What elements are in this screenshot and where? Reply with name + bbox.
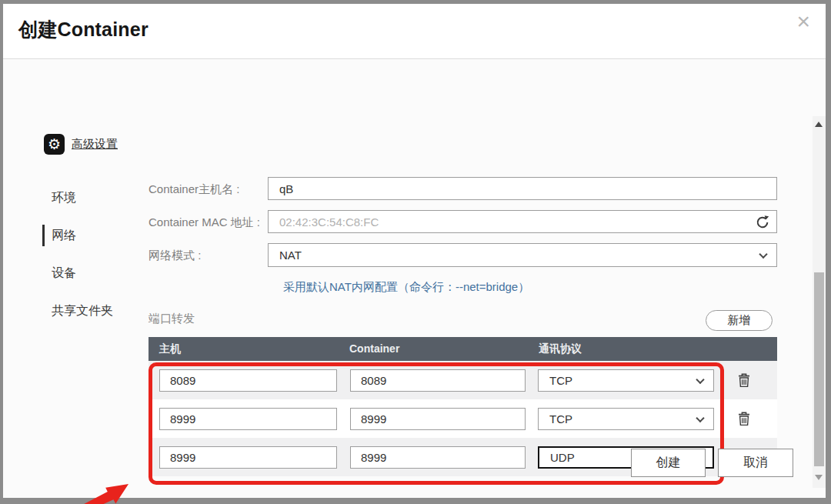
trash-icon[interactable] [737, 411, 751, 426]
gear-icon: ⚙ [44, 134, 65, 155]
chevron-down-icon [696, 413, 704, 422]
scroll-down-icon[interactable] [815, 475, 823, 480]
container-port-input[interactable] [350, 446, 526, 469]
host-port-input[interactable] [159, 369, 337, 392]
trash-icon[interactable] [737, 372, 751, 388]
chevron-down-icon [696, 375, 704, 383]
scroll-up-icon[interactable] [815, 122, 823, 127]
table-row: TCP [149, 399, 777, 438]
port-forwarding-label: 端口转发 [149, 312, 195, 326]
host-port-input[interactable] [159, 446, 337, 469]
chevron-down-icon [759, 249, 767, 258]
create-button[interactable]: 创建 [631, 449, 706, 477]
sidebar-item-environment[interactable]: 环境 [52, 189, 76, 206]
protocol-value: UDP [550, 451, 575, 464]
dialog-header: 创建Container × [3, 4, 826, 59]
scrollbar[interactable] [813, 116, 826, 488]
annotation-arrow [3, 477, 140, 504]
advanced-settings-link[interactable]: ⚙ 高级设置 [44, 134, 118, 155]
hostname-label: Container主机名 : [149, 182, 239, 197]
protocol-value: TCP [549, 412, 572, 426]
column-header-host: 主机 [159, 337, 181, 361]
protocol-value: TCP [549, 374, 572, 387]
column-header-protocol: 通讯协议 [539, 337, 582, 361]
nat-note-text: 采用默认NAT内网配置（命令行：--net=bridge） [283, 280, 529, 295]
dialog-title: 创建Container [18, 17, 149, 42]
close-icon[interactable]: × [796, 8, 810, 35]
active-tab-indicator [42, 225, 45, 246]
mac-label: Container MAC 地址 : [149, 215, 260, 230]
advanced-settings-label: 高级设置 [72, 137, 118, 152]
table-row: TCP [149, 361, 777, 399]
container-port-input[interactable] [350, 369, 526, 392]
protocol-select[interactable]: TCP [538, 408, 714, 430]
add-rule-button[interactable]: 新增 [706, 310, 773, 331]
dialog-content: ⚙ 高级设置 环境 网络 设备 共享文件夹 Container主机名 : Con… [3, 60, 826, 498]
container-port-input[interactable] [350, 408, 526, 430]
refresh-mac-icon[interactable] [754, 214, 771, 231]
protocol-select[interactable]: TCP [538, 369, 714, 392]
network-mode-value: NAT [279, 249, 302, 262]
create-container-dialog: 创建Container × ⚙ 高级设置 环境 网络 设备 共享文件夹 Cont… [3, 4, 826, 498]
network-mode-select[interactable]: NAT [268, 243, 777, 267]
mac-input[interactable] [268, 210, 777, 233]
network-mode-label: 网络模式 : [149, 249, 201, 263]
column-header-container: Container [349, 337, 399, 361]
hostname-input[interactable] [268, 177, 777, 200]
sidebar-item-network[interactable]: 网络 [52, 227, 76, 244]
cancel-button[interactable]: 取消 [718, 449, 793, 477]
host-port-input[interactable] [159, 408, 337, 430]
scrollbar-thumb[interactable] [814, 272, 824, 466]
sidebar-item-device[interactable]: 设备 [52, 265, 76, 282]
table-header: 主机 Container 通讯协议 [149, 337, 777, 361]
sidebar-item-shared-folders[interactable]: 共享文件夹 [52, 302, 113, 319]
